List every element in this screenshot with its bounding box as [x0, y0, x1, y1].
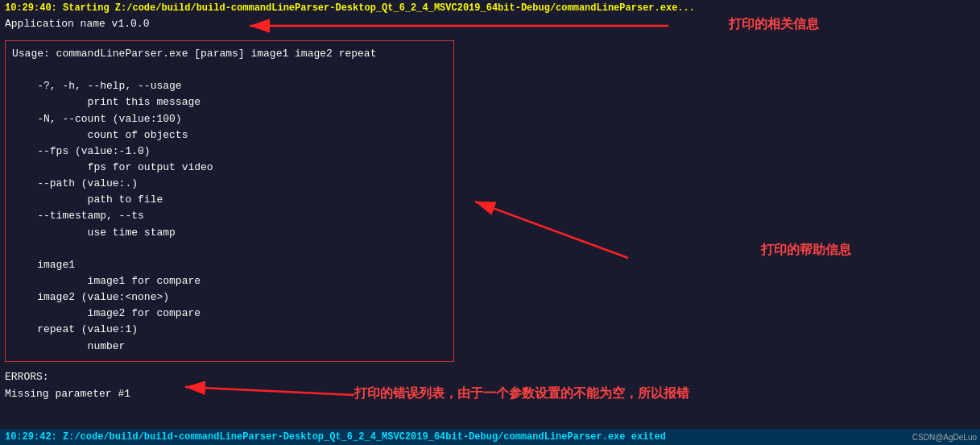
- usage-line-item: --timestamp, --ts: [12, 208, 447, 224]
- app-name-line: Application name v1.0.0: [0, 16, 980, 31]
- usage-line-item: path to file: [12, 192, 447, 208]
- top-command-line: 10:29:40: Starting Z:/code/build/build-c…: [0, 0, 980, 16]
- usage-line-item: [12, 241, 447, 257]
- errors-section: ERRORS: Missing parameter #1: [5, 369, 130, 403]
- usage-line-item: fps for output video: [12, 160, 447, 176]
- usage-line-item: repeat (value:1): [12, 322, 447, 338]
- usage-line-item: --path (value:.): [12, 176, 447, 192]
- usage-line-item: print this message: [12, 94, 447, 110]
- usage-line-item: -N, --count (value:100): [12, 111, 447, 127]
- usage-line-item: --fps (value:-1.0): [12, 143, 447, 160]
- errors-value: Missing parameter #1: [5, 386, 130, 403]
- usage-block: Usage: commandLineParser.exe [params] im…: [5, 40, 454, 362]
- usage-line-item: -?, -h, --help, --usage: [12, 78, 447, 94]
- annotation-help-info: 打印的帮助信息: [761, 242, 851, 259]
- usage-line-item: image2 for compare: [12, 306, 447, 322]
- usage-header: Usage: commandLineParser.exe [params] im…: [12, 46, 447, 62]
- usage-line-item: image1: [12, 257, 447, 273]
- watermark: CSDN@AgDeLuo: [912, 433, 977, 442]
- errors-label: ERRORS:: [5, 369, 130, 386]
- usage-line-item: [12, 62, 447, 78]
- usage-line-item: image1 for compare: [12, 273, 447, 289]
- usage-line-item: count of objects: [12, 127, 447, 143]
- bottom-command-line: 10:29:42: Z:/code/build/build-commandLin…: [0, 429, 980, 445]
- usage-line-item: use time stamp: [12, 225, 447, 241]
- annotation-app-info: 打印的相关信息: [729, 16, 819, 33]
- usage-line-item: image2 (value:<none>): [12, 289, 447, 306]
- svg-line-2: [475, 202, 628, 258]
- usage-line-item: number: [12, 339, 447, 355]
- terminal-window: 10:29:40: Starting Z:/code/build/build-c…: [0, 0, 980, 445]
- annotation-error-info: 打印的错误列表，由于一个参数设置的不能为空，所以报错: [354, 385, 689, 402]
- svg-line-3: [185, 387, 354, 395]
